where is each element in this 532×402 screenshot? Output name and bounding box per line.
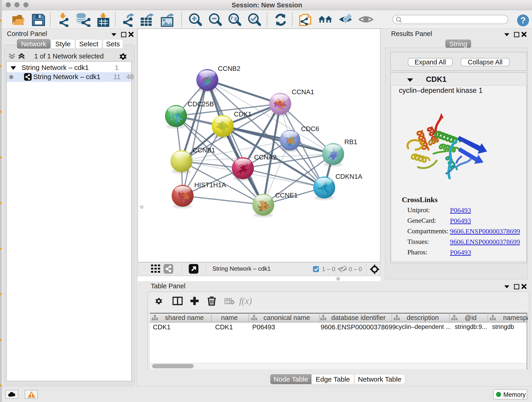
svg-text:HIST1H1A: HIST1H1A bbox=[194, 181, 226, 189]
svg-text:CCNB2: CCNB2 bbox=[218, 65, 240, 72]
svg-text:CCNA2: CCNA2 bbox=[254, 153, 277, 161]
svg-text:CDC6: CDC6 bbox=[301, 125, 319, 133]
svg-text:CDKN1A: CDKN1A bbox=[336, 173, 362, 180]
svg-text:RB1: RB1 bbox=[344, 138, 357, 146]
svg-text:?: ? bbox=[520, 16, 526, 25]
svg-text:CCNE1: CCNE1 bbox=[275, 191, 298, 199]
svg-text:CCNA1: CCNA1 bbox=[292, 88, 314, 96]
svg-text:CDK1: CDK1 bbox=[234, 110, 252, 118]
svg-text:CCNB1: CCNB1 bbox=[193, 147, 215, 154]
svg-text:CDC25B: CDC25B bbox=[188, 100, 214, 108]
